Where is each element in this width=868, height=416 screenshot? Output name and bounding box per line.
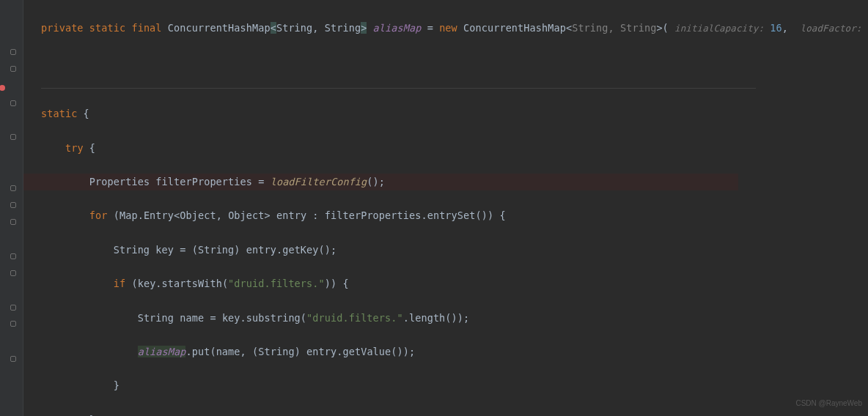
paren: ( — [319, 244, 325, 256]
paren: ) — [457, 312, 463, 324]
fold-icon[interactable] — [10, 66, 16, 72]
code-editor[interactable]: private static final ConcurrentHashMap<S… — [23, 0, 868, 416]
blank-line — [41, 54, 868, 71]
paren: ) — [373, 176, 379, 187]
comma: , — [608, 22, 614, 34]
fold-icon[interactable] — [10, 321, 16, 327]
var: entry — [276, 209, 306, 221]
dot: . — [240, 312, 246, 324]
angle-bracket: < — [566, 22, 572, 34]
paren: ( — [301, 312, 306, 324]
code-line[interactable]: for (Map.Entry<Object, Object> entry : f… — [41, 207, 868, 224]
paren: ( — [222, 278, 228, 289]
method-call: substring — [246, 312, 301, 324]
var: key — [155, 244, 174, 256]
type: Properties — [89, 176, 150, 187]
paren: ( — [663, 22, 669, 34]
var: name — [216, 346, 240, 357]
type: Object — [228, 209, 264, 221]
semicolon: ; — [409, 346, 415, 357]
field-aliasmap: aliasMap — [373, 22, 422, 34]
var: entry — [306, 346, 336, 357]
comma: , — [216, 209, 222, 221]
dot: . — [403, 312, 409, 324]
paren: ) — [295, 346, 301, 357]
type: String — [114, 244, 150, 256]
paren: ) — [234, 244, 240, 256]
fold-icon[interactable] — [10, 253, 16, 259]
semicolon: ; — [463, 312, 469, 324]
paren: ) — [452, 312, 457, 324]
fold-icon[interactable] — [10, 305, 16, 311]
angle-bracket: < — [271, 22, 276, 34]
fold-icon[interactable] — [10, 100, 16, 106]
paren: ( — [131, 278, 137, 289]
paren: ( — [192, 244, 198, 256]
paren: ( — [445, 312, 451, 324]
fold-icon[interactable] — [10, 185, 16, 191]
keyword: static — [41, 108, 77, 119]
type: String — [276, 22, 312, 34]
fold-icon[interactable] — [10, 49, 16, 55]
paren: ( — [391, 346, 397, 357]
code-line[interactable]: String name = key.substring("druid.filte… — [41, 310, 868, 327]
dot: . — [185, 346, 191, 357]
keyword: new — [439, 22, 457, 34]
paren: ( — [114, 209, 119, 221]
equals: = — [204, 312, 222, 324]
method-call: loadFilterConfig — [271, 176, 367, 187]
paren: ) — [325, 244, 331, 256]
brace: } — [114, 379, 119, 391]
type: String — [138, 312, 174, 324]
method-call: entrySet — [427, 209, 476, 221]
code-line[interactable]: } — [41, 377, 868, 394]
code-line[interactable]: if (key.startsWith("druid.filters.")) { — [41, 275, 868, 292]
field-aliasmap: aliasMap — [138, 346, 186, 357]
fold-icon[interactable] — [10, 270, 16, 276]
paren: ( — [367, 176, 372, 187]
method-call: put — [192, 346, 210, 357]
var: entry — [246, 244, 276, 256]
keyword: for — [89, 209, 108, 221]
semicolon: ; — [331, 244, 336, 256]
paren: ) — [397, 346, 403, 357]
var: key — [138, 278, 156, 289]
angle-bracket: > — [361, 22, 367, 34]
comma: , — [312, 22, 318, 34]
equals: = — [421, 22, 439, 34]
dot: . — [276, 244, 282, 256]
fold-icon[interactable] — [10, 219, 16, 225]
angle-bracket: > — [656, 22, 662, 34]
breakpoint-icon[interactable] — [0, 85, 5, 91]
var: filterProperties — [155, 176, 252, 187]
method-separator — [41, 88, 756, 89]
var: name — [180, 312, 204, 324]
method-call: getKey — [282, 244, 318, 256]
keyword: if — [114, 278, 125, 289]
code-line[interactable]: String key = (String) entry.getKey(); — [41, 242, 868, 259]
type: Map.Entry — [119, 209, 174, 221]
code-line[interactable]: } — [41, 412, 868, 416]
type: String — [325, 22, 361, 34]
fold-icon[interactable] — [10, 134, 16, 140]
fold-icon[interactable] — [10, 356, 16, 362]
equals: = — [252, 176, 271, 187]
type: String — [258, 346, 294, 357]
type: ConcurrentHashMap — [168, 22, 271, 34]
code-line[interactable]: try { — [41, 140, 868, 157]
fold-icon[interactable] — [10, 202, 16, 208]
code-line-breakpoint[interactable]: Properties filterProperties = loadFilter… — [23, 174, 738, 190]
gutter — [0, 0, 23, 416]
paren: ) — [331, 278, 336, 289]
semicolon: ; — [379, 176, 385, 187]
code-line[interactable]: aliasMap.put(name, (String) entry.getVal… — [41, 343, 868, 360]
keyword: final — [131, 22, 161, 34]
watermark: CSDN @RayneWeb — [795, 395, 862, 412]
code-line[interactable]: static { — [41, 105, 868, 122]
code-line[interactable]: private static final ConcurrentHashMap<S… — [41, 20, 868, 37]
paren: ( — [210, 346, 216, 357]
brace: { — [84, 108, 89, 119]
comma: , — [240, 346, 246, 357]
var: key — [222, 312, 240, 324]
paren: ) — [325, 278, 331, 289]
